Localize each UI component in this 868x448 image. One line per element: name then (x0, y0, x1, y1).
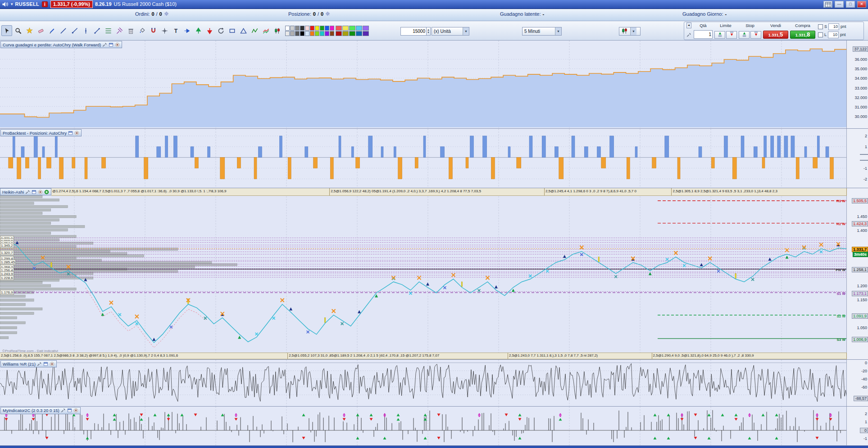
main-price-axis[interactable]: 1.4501.4001.2001.1501.0501.505,51.424,31… (846, 188, 868, 359)
color-swatch[interactable] (290, 26, 295, 31)
window-icon[interactable] (43, 362, 48, 367)
positions-panel-tab[interactable]: ProBacktest - Posizioni: AutoChry (0, 129, 82, 136)
williams-axis[interactable]: 0-20-40-60-88,57 (846, 360, 868, 406)
add-indicator-icon[interactable] (44, 190, 49, 195)
color-swatch[interactable] (342, 26, 349, 31)
color-swatch[interactable] (356, 31, 362, 36)
tool-magnet-button[interactable] (148, 25, 159, 36)
tool-line-button[interactable] (58, 25, 68, 36)
williams-panel-tab[interactable]: Williams %R (21) (0, 360, 57, 367)
limit-points-input[interactable]: 10 (828, 32, 839, 38)
units-select[interactable]: (x) Unità ▼ (432, 27, 469, 36)
main-panel-tab[interactable]: Heikin-Ashi (0, 188, 51, 195)
tool-loop-button[interactable] (215, 25, 226, 36)
tool-text-button[interactable]: T (170, 25, 181, 36)
close-icon[interactable] (74, 131, 79, 136)
myindicator-chart[interactable] (0, 407, 847, 445)
tool-semiline-button[interactable] (69, 25, 80, 36)
buy-market-button[interactable]: 1.331,8 (790, 31, 815, 39)
close-icon[interactable] (38, 190, 43, 195)
bars-count-input[interactable] (400, 27, 427, 36)
orders-settings-icon[interactable] (164, 11, 169, 17)
color-swatch[interactable] (300, 31, 304, 36)
color-swatch[interactable] (285, 26, 290, 31)
color-swatch[interactable] (300, 26, 304, 31)
alert-icon[interactable]: i (41, 1, 48, 8)
tool-rect-button[interactable] (227, 25, 237, 36)
limit-checkbox[interactable] (818, 32, 823, 37)
instrument-name[interactable]: RUSSELL (15, 1, 39, 7)
window-icon[interactable] (67, 408, 72, 413)
close-button[interactable]: ✕ (857, 1, 866, 8)
tool-cursor-button[interactable] (1, 25, 12, 36)
tool-arrow-right-button[interactable] (182, 25, 192, 36)
wrench-icon[interactable] (37, 362, 42, 367)
sell-market-button[interactable]: 1.331,5 (763, 31, 788, 39)
tool-segment-button[interactable] (91, 25, 102, 36)
tool-trash-button[interactable] (125, 25, 136, 36)
window-icon[interactable] (32, 190, 36, 195)
positions-chart[interactable] (0, 129, 847, 188)
color-swatch[interactable] (290, 31, 295, 36)
order-panel-expander[interactable]: ◂ (686, 23, 691, 28)
color-swatch[interactable] (342, 31, 349, 36)
tool-arrow-up-button[interactable] (193, 25, 204, 36)
tool-arrow-down-button[interactable] (204, 25, 215, 36)
close-icon[interactable] (115, 42, 120, 47)
close-icon[interactable] (50, 362, 55, 367)
position-settings-icon[interactable] (325, 11, 330, 17)
color-swatch[interactable] (320, 31, 324, 36)
window-icon[interactable] (68, 131, 73, 136)
color-swatch[interactable] (336, 26, 342, 31)
wrench-icon[interactable] (25, 190, 30, 195)
color-swatch[interactable] (330, 31, 334, 36)
color-swatch[interactable] (325, 31, 329, 36)
tool-eraser-button[interactable] (35, 25, 46, 36)
close-icon[interactable] (73, 408, 78, 413)
equity-price-axis[interactable]: 30.00031.00032.00033.00034.00035.00036.0… (846, 41, 868, 128)
williams-r-chart[interactable] (0, 360, 847, 406)
tool-candle-button[interactable] (272, 25, 282, 36)
color-swatch[interactable] (285, 31, 290, 36)
minimize-button[interactable]: — (835, 1, 844, 8)
tool-zoom-button[interactable] (13, 25, 23, 36)
quantity-input[interactable] (694, 30, 713, 39)
color-swatch[interactable] (336, 31, 342, 36)
order-settings-icon[interactable] (686, 31, 691, 39)
color-swatch[interactable] (320, 26, 324, 31)
tool-vline-button[interactable] (80, 25, 91, 36)
color-swatch[interactable] (330, 26, 334, 31)
color-swatch[interactable] (305, 31, 309, 36)
tool-fork-button[interactable] (114, 25, 125, 36)
stop-points-input[interactable]: 10 (828, 23, 839, 30)
bars-count-spinner[interactable]: ▲▼ (427, 27, 431, 36)
heikin-ashi-chart[interactable] (0, 188, 847, 359)
chart-type-select[interactable]: ▼ (619, 27, 641, 36)
speaker-icon[interactable] (2, 1, 9, 8)
tool-pencil-button[interactable] (46, 25, 57, 36)
maximize-button[interactable]: □ (846, 1, 855, 8)
color-swatch[interactable] (325, 26, 329, 31)
positions-axis[interactable]: 21-1-2 (846, 129, 868, 188)
color-swatch[interactable] (315, 31, 319, 36)
tool-alarm-button[interactable] (24, 25, 35, 36)
tool-zigzag-button[interactable] (249, 25, 260, 36)
myindicator-panel-tab[interactable]: MyIndicator2C (2 0.3 20 0 15) (0, 407, 81, 414)
wrench-icon[interactable] (61, 408, 66, 413)
color-swatch[interactable] (356, 26, 362, 31)
color-swatch[interactable] (295, 26, 300, 31)
buy-limit-button[interactable] (714, 31, 725, 39)
color-swatch[interactable] (305, 26, 309, 31)
wrench-icon[interactable] (102, 42, 107, 47)
tool-fib-button[interactable] (103, 25, 114, 36)
color-swatch[interactable] (349, 31, 355, 36)
layout-button[interactable] (823, 1, 832, 8)
sell-stop-button[interactable] (750, 31, 761, 39)
color-swatch[interactable] (363, 31, 369, 36)
tool-compare-button[interactable] (260, 25, 271, 36)
color-swatch[interactable] (310, 31, 314, 36)
color-swatch[interactable] (363, 26, 369, 31)
tool-cross-button[interactable] (159, 25, 170, 36)
tool-triangle-button[interactable] (238, 25, 249, 36)
stop-checkbox[interactable] (818, 24, 823, 29)
